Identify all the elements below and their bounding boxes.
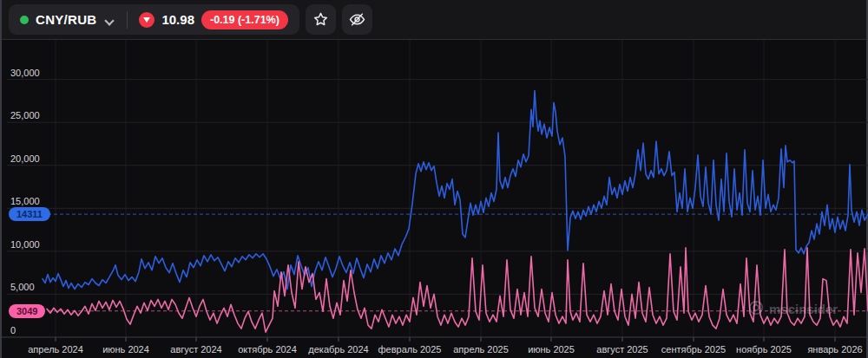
chevron-down-icon [105, 16, 114, 24]
status-dot-icon [20, 16, 29, 24]
app-window: CNY/RUB 10.98 -0.19 (-1.71%) [0, 0, 868, 358]
hide-button[interactable] [342, 4, 372, 35]
series-line-pink [47, 248, 868, 332]
ticker-selector[interactable]: CNY/RUB 10.98 -0.19 (-1.71%) [9, 4, 299, 35]
chart-canvas[interactable]: 14311 3049 mscinsider апрель 2024июнь 20… [2, 40, 866, 358]
triangle-down-icon [139, 12, 155, 28]
header-divider [127, 11, 128, 29]
star-icon [312, 11, 329, 28]
last-price: 10.98 [161, 12, 194, 27]
header: CNY/RUB 10.98 -0.19 (-1.71%) [2, 0, 866, 40]
series-line-blue [43, 91, 868, 290]
price-change-badge: -0.19 (-1.71%) [201, 10, 288, 29]
favorite-button[interactable] [306, 4, 336, 35]
ticker-symbol: CNY/RUB [36, 12, 96, 27]
eye-off-icon [349, 11, 365, 28]
